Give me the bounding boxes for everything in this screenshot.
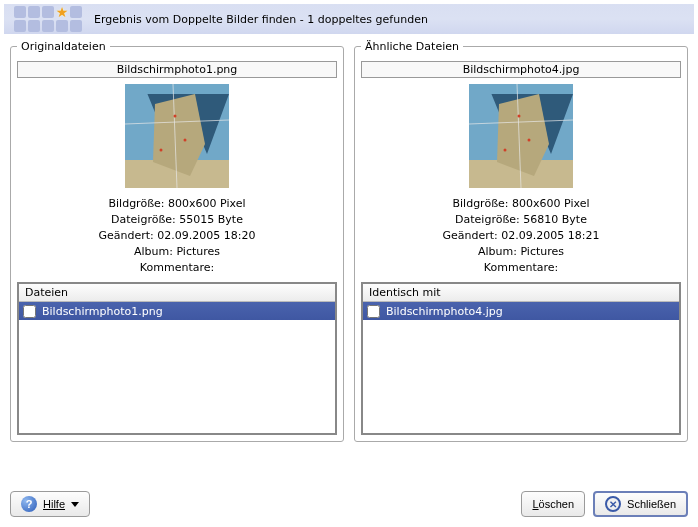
svg-point-8	[184, 139, 187, 142]
svg-point-17	[518, 115, 521, 118]
panel-similar: Ähnliche Dateien Bildschirmphoto4.jpg	[354, 40, 688, 442]
original-filename: Bildschirmphoto1.png	[17, 61, 337, 78]
similar-list-header[interactable]: Identisch mit	[363, 284, 679, 302]
help-button-label: Hilfe	[43, 498, 65, 510]
list-item-checkbox[interactable]	[367, 305, 380, 318]
original-listbox[interactable]: Dateien Bildschirmphoto1.png	[17, 282, 337, 435]
list-item[interactable]: Bildschirmphoto4.jpg	[363, 302, 679, 320]
original-meta: Bildgröße: 800x600 Pixel Dateigröße: 550…	[17, 196, 337, 276]
list-item[interactable]: Bildschirmphoto1.png	[19, 302, 335, 320]
similar-thumbnail	[469, 84, 573, 188]
svg-point-7	[174, 115, 177, 118]
chevron-down-icon	[71, 502, 79, 507]
delete-button[interactable]: Löschen	[521, 491, 585, 517]
help-button[interactable]: ? Hilfe	[10, 491, 90, 517]
banner-title: Ergebnis vom Doppelte Bilder finden - 1 …	[94, 13, 428, 26]
similar-meta: Bildgröße: 800x600 Pixel Dateigröße: 568…	[361, 196, 681, 276]
app-logo: ★	[14, 6, 82, 32]
panel-original: Originaldateien Bildschirmphoto1.png	[10, 40, 344, 442]
banner: ★ Ergebnis vom Doppelte Bilder finden - …	[4, 4, 694, 34]
close-button[interactable]: ✕ Schließen	[593, 491, 688, 517]
original-list-header[interactable]: Dateien	[19, 284, 335, 302]
svg-point-19	[504, 149, 507, 152]
help-icon: ?	[21, 496, 37, 512]
similar-listbox[interactable]: Identisch mit Bildschirmphoto4.jpg	[361, 282, 681, 435]
svg-point-9	[160, 149, 163, 152]
delete-button-label: Löschen	[532, 498, 574, 510]
list-item-label: Bildschirmphoto4.jpg	[386, 305, 503, 318]
panel-original-legend: Originaldateien	[17, 40, 110, 53]
original-thumbnail	[125, 84, 229, 188]
list-item-checkbox[interactable]	[23, 305, 36, 318]
similar-filename: Bildschirmphoto4.jpg	[361, 61, 681, 78]
svg-point-18	[528, 139, 531, 142]
list-item-label: Bildschirmphoto1.png	[42, 305, 163, 318]
close-button-label: Schließen	[627, 498, 676, 510]
close-icon: ✕	[605, 496, 621, 512]
panel-similar-legend: Ähnliche Dateien	[361, 40, 463, 53]
